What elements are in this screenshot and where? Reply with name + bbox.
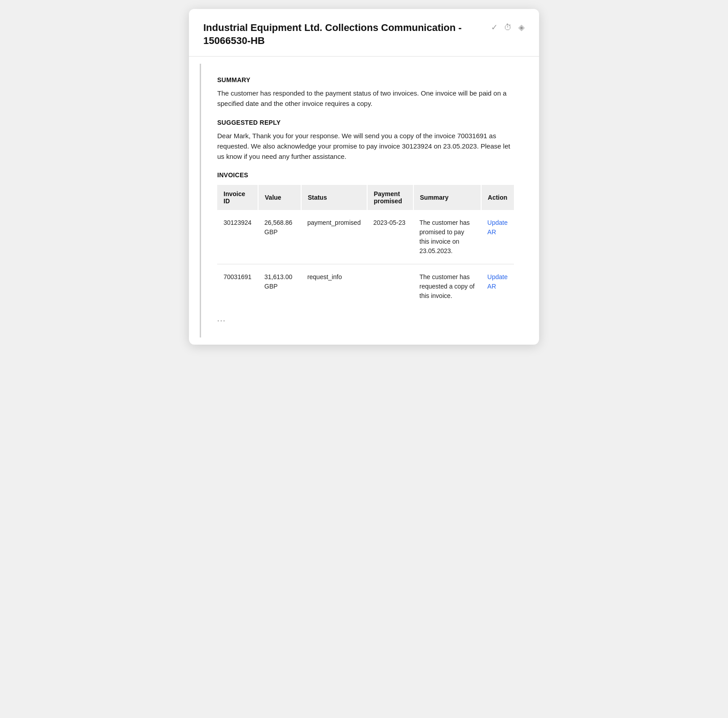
update-ar-link-2[interactable]: UpdateAR xyxy=(487,272,508,291)
cell-invoice-id-2: 70031691 xyxy=(217,264,258,309)
cell-status-1: payment_promised xyxy=(301,210,367,264)
cell-action-1: UpdateAR xyxy=(481,210,514,264)
col-value: Value xyxy=(258,185,301,210)
cell-value-1: 26,568.86 GBP xyxy=(258,210,301,264)
col-invoice-id: Invoice ID xyxy=(217,185,258,210)
col-action: Action xyxy=(481,185,514,210)
suggested-reply-section: SUGGESTED REPLY Dear Mark, Thank you for… xyxy=(217,119,514,162)
invoices-table: Invoice ID Value Status Payment promised… xyxy=(217,185,514,309)
cell-summary-2: The customer has requested a copy of thi… xyxy=(413,264,481,309)
cell-summary-1: The customer has promised to pay this in… xyxy=(413,210,481,264)
invoices-section: INVOICES Invoice ID Value Status Payment… xyxy=(217,171,514,325)
suggested-reply-body: Dear Mark, Thank you for your response. … xyxy=(217,131,514,162)
table-header-row: Invoice ID Value Status Payment promised… xyxy=(217,185,514,210)
cell-payment-promised-1: 2023-05-23 xyxy=(367,210,413,264)
content-area: SUMMARY The customer has responded to th… xyxy=(200,64,528,337)
diamond-icon[interactable]: ◈ xyxy=(518,23,525,31)
invoices-heading: INVOICES xyxy=(217,171,514,179)
update-ar-link-1[interactable]: UpdateAR xyxy=(487,218,508,237)
col-summary: Summary xyxy=(413,185,481,210)
ellipsis: ... xyxy=(217,309,514,325)
window-title: Industrial Equipment Ltd. Collections Co… xyxy=(203,22,462,47)
cell-payment-promised-2 xyxy=(367,264,413,309)
summary-body: The customer has responded to the paymen… xyxy=(217,88,514,109)
cell-status-2: request_info xyxy=(301,264,367,309)
cell-invoice-id-1: 30123924 xyxy=(217,210,258,264)
title-bar: Industrial Equipment Ltd. Collections Co… xyxy=(189,9,539,57)
main-window: Industrial Equipment Ltd. Collections Co… xyxy=(189,9,539,345)
cell-action-2: UpdateAR xyxy=(481,264,514,309)
suggested-reply-heading: SUGGESTED REPLY xyxy=(217,119,514,126)
col-payment-promised: Payment promised xyxy=(367,185,413,210)
title-icons: ✓ ⏱ ◈ xyxy=(491,22,525,31)
col-status: Status xyxy=(301,185,367,210)
clock-icon[interactable]: ⏱ xyxy=(504,23,512,31)
summary-section: SUMMARY The customer has responded to th… xyxy=(217,76,514,109)
table-row: 30123924 26,568.86 GBP payment_promised … xyxy=(217,210,514,264)
summary-heading: SUMMARY xyxy=(217,76,514,83)
cell-value-2: 31,613.00 GBP xyxy=(258,264,301,309)
table-row: 70031691 31,613.00 GBP request_info The … xyxy=(217,264,514,309)
check-icon[interactable]: ✓ xyxy=(491,23,498,31)
